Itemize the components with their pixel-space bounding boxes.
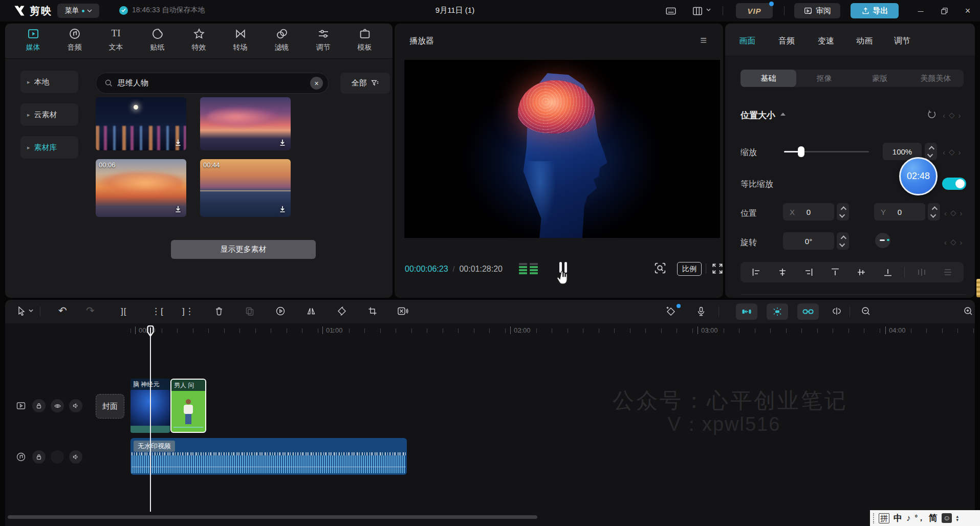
reset-icon[interactable] — [927, 109, 937, 119]
clip-man-question[interactable]: 男人 问 — [170, 379, 206, 433]
rotate-stepper[interactable] — [837, 232, 849, 250]
tab-audio-settings[interactable]: 音频 — [778, 36, 795, 47]
tab-adjustment[interactable]: 调节 — [894, 36, 910, 47]
position-x-stepper[interactable] — [837, 203, 849, 221]
video-track-mute-icon[interactable] — [69, 399, 82, 412]
download-icon[interactable] — [278, 205, 287, 214]
keyframe-next-icon[interactable]: › — [960, 238, 963, 247]
shortcut-keyboard-icon[interactable] — [665, 5, 677, 16]
rotate-value-field[interactable]: 0° — [783, 232, 834, 250]
download-icon[interactable] — [278, 138, 287, 147]
delete-icon[interactable] — [214, 306, 224, 316]
scale-slider[interactable] — [784, 151, 869, 152]
search-input[interactable]: 思维人物 × — [96, 73, 329, 94]
recording-timer-badge[interactable]: 02:48 — [899, 157, 938, 195]
restore-button[interactable] — [938, 5, 951, 17]
sidebar-item-cloud[interactable]: ▸ 云素材 — [20, 103, 78, 126]
redo-icon[interactable]: ↷ — [86, 305, 95, 316]
edge-pendant-widget[interactable] — [976, 279, 980, 297]
keyframe-icon[interactable]: ◇ — [949, 147, 955, 157]
tab-picture[interactable]: 画面 — [739, 36, 755, 47]
scale-slider-thumb[interactable] — [798, 146, 804, 157]
tab-template[interactable]: 模板 — [344, 28, 385, 58]
distribute-vertical-icon[interactable] — [939, 267, 957, 277]
media-item-1[interactable] — [96, 97, 186, 150]
align-right-icon[interactable] — [799, 267, 818, 277]
align-middle-icon[interactable] — [852, 267, 871, 277]
tab-text[interactable]: TI 文本 — [95, 28, 137, 58]
subtab-cutout[interactable]: 抠像 — [796, 70, 852, 87]
layout-switch-icon[interactable] — [692, 5, 703, 16]
show-more-button[interactable]: 显示更多素材 — [171, 240, 316, 259]
minimize-button[interactable]: ─ — [914, 5, 927, 17]
ime-simplified-icon[interactable]: 简 — [929, 512, 938, 524]
keyframe-next-icon[interactable]: › — [960, 209, 963, 217]
crop-icon[interactable] — [367, 306, 378, 316]
ime-sound-icon[interactable]: ♪ — [906, 513, 911, 523]
tab-media[interactable]: 媒体 — [12, 28, 54, 58]
ime-language-icon[interactable]: 中 — [894, 512, 902, 524]
align-left-icon[interactable] — [747, 267, 766, 277]
unlink-preview-icon[interactable] — [831, 306, 842, 316]
align-top-icon[interactable] — [825, 267, 844, 277]
split-keep-left-icon[interactable]: ⋮[ — [151, 306, 164, 317]
collapse-icon[interactable] — [780, 113, 786, 116]
fullscreen-icon[interactable] — [711, 262, 724, 275]
close-button[interactable]: × — [961, 5, 974, 17]
video-viewport[interactable] — [404, 60, 720, 238]
freeze-frame-icon[interactable] — [275, 306, 286, 316]
tab-effects[interactable]: 特效 — [178, 28, 220, 58]
search-clear-button[interactable]: × — [310, 77, 323, 90]
ime-toolbar[interactable]: 拼 中 ♪ °， 简 ☺ ▴ ▾ — [870, 510, 980, 526]
split-keep-right-icon[interactable]: ]⋮ — [182, 306, 194, 317]
zoom-out-icon[interactable] — [861, 306, 871, 316]
video-track-lock-icon[interactable] — [32, 399, 46, 412]
media-item-4[interactable]: 00:44 — [200, 159, 291, 217]
auto-attach-button[interactable] — [736, 303, 757, 320]
link-preview-button[interactable] — [797, 303, 819, 320]
section-position-size[interactable]: 位置大小 — [741, 109, 775, 121]
focus-frame-icon[interactable] — [653, 261, 667, 275]
layout-chevron-icon[interactable] — [706, 8, 711, 11]
zoom-in-icon[interactable] — [963, 306, 973, 316]
player-menu-icon[interactable]: ≡ — [700, 34, 707, 47]
keyframe-icon[interactable]: ◇ — [950, 237, 956, 247]
mirror-icon[interactable] — [306, 306, 316, 316]
split-icon[interactable]: ][ — [121, 306, 126, 317]
uniform-scale-toggle[interactable] — [942, 178, 966, 190]
audio-track-mute-icon[interactable] — [69, 450, 82, 464]
tab-sticker[interactable]: 贴纸 — [137, 28, 178, 58]
subtab-basic[interactable]: 基础 — [741, 70, 796, 87]
tab-transition[interactable]: 转场 — [220, 28, 261, 58]
rotate-dial[interactable] — [875, 233, 890, 248]
video-track-visibility-icon[interactable] — [51, 399, 64, 412]
aspect-ratio-button[interactable]: 比例 — [677, 262, 702, 276]
menu-button[interactable]: 菜单 — [57, 4, 99, 18]
position-y-field[interactable]: Y 0 — [874, 203, 925, 221]
subtab-mask[interactable]: 蒙版 — [852, 70, 908, 87]
align-bottom-icon[interactable] — [878, 267, 897, 277]
ime-pinyin-icon[interactable]: 拼 — [879, 513, 889, 523]
tab-filter[interactable]: 滤镜 — [261, 28, 302, 58]
ime-emoji-keyboard-icon[interactable]: ☺ — [942, 513, 952, 523]
timeline-horizontal-scrollbar[interactable] — [8, 515, 537, 519]
smart-crop-icon[interactable] — [397, 306, 408, 316]
review-button[interactable]: 审阅 — [794, 3, 840, 18]
keyframe-icon[interactable]: ◇ — [949, 111, 955, 120]
keyframe-next-icon[interactable]: › — [959, 111, 961, 120]
keyframe-prev-icon[interactable]: ‹ — [944, 238, 947, 247]
sidebar-item-local[interactable]: ▸ 本地 — [20, 71, 78, 93]
scale-stepper[interactable] — [925, 143, 937, 160]
download-icon[interactable] — [173, 138, 183, 147]
add-keyframe-icon[interactable] — [665, 306, 677, 317]
undo-icon[interactable]: ↶ — [58, 305, 68, 316]
export-button[interactable]: 导出 — [851, 3, 899, 18]
media-item-3[interactable]: 00:06 — [96, 159, 186, 217]
sidebar-item-library[interactable]: ▸ 素材库 — [20, 136, 78, 159]
ime-punctuation-icon[interactable]: °， — [915, 514, 925, 523]
tab-speed[interactable]: 变速 — [818, 36, 834, 47]
tab-animation[interactable]: 动画 — [856, 36, 873, 47]
rotate-icon[interactable] — [337, 306, 347, 316]
keyframe-icon[interactable]: ◇ — [950, 208, 956, 217]
ime-drag-handle[interactable] — [873, 513, 875, 523]
